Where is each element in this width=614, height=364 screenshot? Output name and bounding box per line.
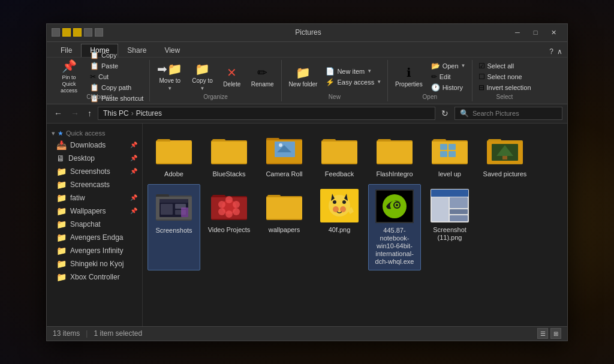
sidebar-item-xbox[interactable]: 📁 Xbox Controller	[47, 270, 142, 284]
copy-to-icon: 📁	[195, 62, 210, 76]
select-group-content: ☑ Select all ☐ Select none ⊟ Invert sele…	[476, 61, 534, 92]
rename-button[interactable]: ✏ Rename	[248, 61, 278, 92]
file-item-screenshots[interactable]: Screenshots	[148, 184, 200, 270]
refresh-button[interactable]: ↻	[439, 107, 451, 119]
wallpapers-file-thumb	[265, 188, 303, 224]
select-none-button[interactable]: ☐ Select none	[476, 72, 534, 82]
svg-rect-25	[449, 151, 456, 157]
feedback-thumb	[320, 132, 359, 168]
delete-icon: ✕	[227, 65, 237, 80]
open-icon: 📂	[431, 62, 440, 70]
clipboard-buttons-col: 📋 Copy 📋 Paste ✂ Cut 📋 Copy path	[88, 61, 146, 92]
properties-button[interactable]: ℹ Properties	[392, 61, 426, 92]
open-button[interactable]: 📂 Open ▼	[429, 61, 468, 71]
file-item-level-up[interactable]: level up	[423, 128, 476, 182]
file-item-saved-pictures[interactable]: Saved pictures	[478, 128, 531, 182]
close-button[interactable]: ✕	[544, 26, 562, 39]
new-item-icon: 📄	[326, 67, 335, 76]
svg-rect-73	[431, 189, 468, 197]
cut-button[interactable]: ✂ Cut	[88, 72, 146, 82]
search-box[interactable]: 🔍 Search Pictures	[455, 107, 562, 120]
help-icon[interactable]: ?	[549, 47, 553, 56]
forward-button[interactable]: →	[68, 107, 82, 119]
file-item-camera-roll[interactable]: Camera Roll	[258, 128, 311, 182]
open-group: ℹ Properties 📂 Open ▼ ✏ Edit 🕐	[388, 60, 472, 101]
file-item-adobe[interactable]: Adobe	[148, 128, 200, 182]
up-button[interactable]: ↑	[85, 107, 94, 119]
titlebar-icon-4	[84, 28, 92, 37]
copy-to-dropdown-arrow: ▼	[200, 86, 205, 91]
titlebar-icon-2	[62, 28, 71, 37]
details-view-button[interactable]: ☰	[537, 328, 548, 339]
search-icon: 🔍	[460, 109, 469, 118]
select-all-button[interactable]: ☑ Select all	[476, 61, 534, 71]
xbox-icon: 📁	[56, 272, 67, 282]
sidebar-item-snapchat[interactable]: 📁 Snapchat	[47, 218, 142, 231]
pin-to-quick-access-button[interactable]: 📌 Pin to Quick access	[53, 61, 85, 92]
delete-button[interactable]: ✕ Delete	[219, 61, 245, 92]
large-icons-view-button[interactable]: ⊞	[550, 328, 561, 339]
sidebar-item-screenshots[interactable]: 📁 Screenshots 📌	[47, 165, 142, 178]
avengers-endgame-icon: 📁	[56, 233, 67, 242]
sidebar-item-avengers-infinity[interactable]: 📁 Avengers Infinity	[47, 244, 142, 257]
invert-selection-button[interactable]: ⊟ Invert selection	[476, 83, 534, 92]
file-item-flashintegro[interactable]: FlashIntegro	[368, 128, 421, 182]
file-item-nvidia[interactable]: 445.87-notebook-win10-64bit-internationa…	[368, 184, 421, 270]
file-item-bluestacks[interactable]: BlueStacks	[203, 128, 255, 182]
cut-icon: ✂	[90, 73, 96, 81]
camera-roll-label: Camera Roll	[266, 170, 302, 178]
svg-point-45	[225, 196, 233, 203]
svg-point-50	[218, 201, 225, 208]
bluestacks-thumb	[210, 132, 248, 168]
svg-rect-23	[449, 144, 456, 150]
sidebar-item-shingeki[interactable]: 📁 Shingeki no Kyoj	[47, 257, 142, 270]
adobe-thumb	[155, 132, 193, 168]
copy-path-button[interactable]: 📋 Copy path	[88, 83, 146, 92]
file-item-feedback[interactable]: Feedback	[313, 128, 366, 182]
quick-access-section: ▾ ★ Quick access	[47, 126, 142, 139]
easy-access-button[interactable]: ⚡ Easy access ▼	[323, 77, 384, 87]
sidebar-item-desktop[interactable]: 🖥 Desktop 📌	[47, 152, 142, 165]
sidebar-label-avengers-infinity: Avengers Infinity	[70, 246, 124, 255]
bluestacks-label: BlueStacks	[212, 170, 245, 178]
history-icon: 🕐	[431, 83, 440, 92]
collapse-ribbon-icon[interactable]: ∧	[557, 47, 562, 56]
sidebar-item-fatiw[interactable]: 📁 fatiw 📌	[47, 191, 142, 204]
new-folder-button[interactable]: 📁 New folder	[285, 61, 321, 92]
history-button[interactable]: 🕐 History	[429, 83, 468, 92]
edit-button[interactable]: ✏ Edit	[429, 72, 468, 82]
copy-to-button[interactable]: 📁 Copy to ▼	[188, 61, 216, 92]
open-group-content: ℹ Properties 📂 Open ▼ ✏ Edit 🕐	[392, 61, 468, 92]
window-controls: ─ □ ✕	[508, 26, 562, 39]
maximize-button[interactable]: □	[526, 26, 544, 39]
file-item-screenshot-11[interactable]: Screenshot (11).png	[423, 184, 476, 270]
file-item-40f[interactable]: 40f.png	[313, 184, 366, 270]
new-group-content: 📁 New folder 📄 New item ▼ ⚡ Easy access …	[285, 61, 384, 92]
file-item-wallpapers[interactable]: wallpapers	[258, 184, 311, 270]
svg-rect-75	[450, 197, 468, 208]
paste-button[interactable]: 📋 Paste	[88, 61, 146, 71]
svg-rect-53	[266, 197, 302, 219]
sidebar-item-avengers-endgame[interactable]: 📁 Avengers Endga	[47, 231, 142, 244]
sidebar: ▾ ★ Quick access 📥 Downloads 📌 🖥 Desktop…	[47, 124, 143, 326]
minimize-button[interactable]: ─	[508, 26, 526, 39]
svg-rect-40	[181, 207, 188, 217]
copy-button[interactable]: 📋 Copy	[88, 50, 146, 60]
tab-view[interactable]: View	[155, 44, 189, 57]
back-button[interactable]: ←	[52, 107, 65, 119]
path-segment-pc: This PC	[103, 109, 129, 118]
svg-rect-6	[211, 142, 247, 163]
sidebar-item-screencasts[interactable]: 📁 Screencasts	[47, 178, 142, 191]
svg-point-49	[218, 208, 225, 215]
sidebar-item-downloads[interactable]: 📥 Downloads 📌	[47, 139, 142, 152]
sidebar-item-wallpapers[interactable]: 📁 Wallpapers 📌	[47, 204, 142, 218]
address-path[interactable]: This PC › Pictures	[98, 107, 435, 120]
move-to-button[interactable]: ➡📁 Move to ▼	[154, 61, 186, 92]
tab-file[interactable]: File	[52, 44, 81, 57]
easy-access-dropdown-arrow: ▼	[377, 79, 381, 85]
file-item-video-projects[interactable]: Video Projects	[203, 184, 255, 270]
new-item-button[interactable]: 📄 New item ▼	[323, 67, 384, 76]
search-placeholder: Search Pictures	[472, 110, 519, 117]
svg-point-46	[233, 201, 240, 208]
feedback-label: Feedback	[325, 170, 354, 178]
